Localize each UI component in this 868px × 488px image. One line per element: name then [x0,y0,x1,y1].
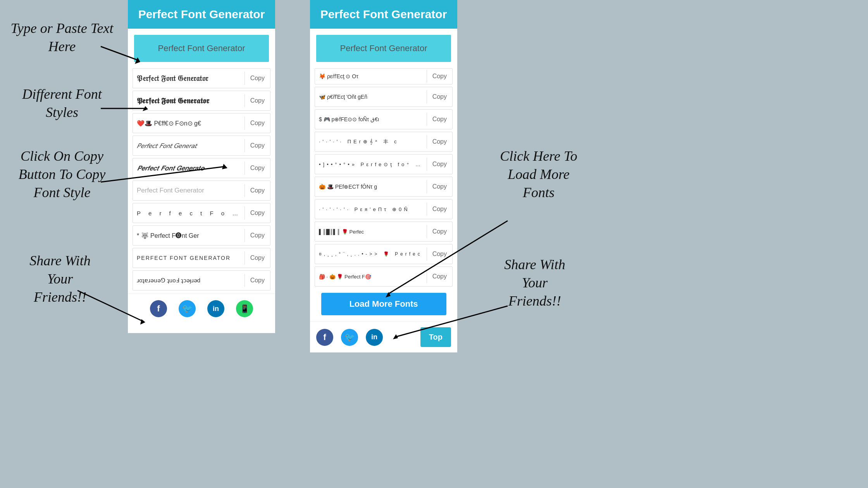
annotation-load-more: Click Here ToLoad MoreFonts [484,147,593,201]
copy-button[interactable]: Copy [245,206,270,220]
annotation-type-paste: Type or Paste TextHere [8,19,116,56]
annotation-share-left: Share WithYourFriends!! [8,252,112,306]
copy-button[interactable]: Copy [427,113,452,126]
top-button[interactable]: Top [420,327,451,347]
font-text: 𝕻𝖊𝖗𝖋𝖊𝖈𝖙 𝕱𝖔𝖓𝖙 𝕲𝖊𝖓𝖊𝖗𝖆𝖙𝖔𝖗 [133,93,245,108]
left-social-bar: f 🐦 in 📱 [128,294,275,323]
twitter-icon[interactable]: 🐦 [179,300,196,317]
copy-button[interactable]: Copy [427,90,452,103]
font-text: 🦋 ρ€řfΈcţ 'Oñt gEñ [315,91,427,103]
font-text: P e r f e c t F o n t [133,207,245,220]
font-row: ɹoʇɐɹǝuǝ⅁ ʇuoℲ ʇɔǝɟɹǝd Copy [133,270,270,290]
twitter-icon[interactable]: 🐦 [341,329,358,346]
whatsapp-icon[interactable]: 📱 [236,300,253,317]
font-row-partial: 🦊 ρεŕfΈcţ ⊙ Oτ Copy [315,68,453,84]
font-text: ɹoʇɐɹǝuǝ⅁ ʇuoℲ ʇɔǝɟɹǝd [133,274,245,287]
annotation-click-copy: Click On CopyButton To CopyFont Style [8,147,116,201]
font-text: 🦊 ρεŕfΈcţ ⊙ Oτ [315,70,427,82]
copy-button[interactable]: Copy [427,247,452,261]
copy-button[interactable]: Copy [245,162,270,175]
right-header-title: Perfect Font Generator [320,8,447,21]
copy-button[interactable]: Copy [245,72,270,85]
font-row: 🎃 🎩 ΡΕf⊕ΕCT fÔNτ g Copy [315,177,453,197]
font-text: 𝘗𝘦𝘳𝘧𝘦𝘤𝘵 𝘍𝘰𝘯𝘵 𝘎𝘦𝘯𝘦𝘳𝘢𝘵 [133,139,245,153]
font-text: ❤️🎩 P€ff€⊙ F⊙n⊙ g€ [133,117,245,130]
left-header: Perfect Font Generator [128,0,275,29]
annotation-share-right: Share WithYourFriends!! [484,256,585,310]
left-input-area[interactable]: Perfect Font Generator [134,35,269,62]
font-row: 🦋 ρ€řfΈcţ 'Oñt gEñ Copy [315,87,453,107]
copy-button[interactable]: Copy [427,135,452,148]
font-row: * 🐺 Perfect F🅞nt Ger Copy [133,225,270,246]
facebook-icon[interactable]: f [150,300,167,317]
copy-button[interactable]: Copy [245,229,270,242]
linkedin-icon[interactable]: in [366,329,383,346]
font-text: * 🐺 Perfect F🅞nt Ger [133,229,245,242]
font-row: PERFECT FONT GENERATOR Copy [133,248,270,268]
copy-button[interactable]: Copy [427,225,452,238]
font-text: ¤,¸¸,°¨,¸..•->> 🌹 Perfec [315,248,427,260]
left-panel: Perfect Font Generator Perfect Font Gene… [128,0,275,333]
left-input-text: Perfect Font Generator [158,43,245,53]
copy-button[interactable]: Copy [245,94,270,107]
font-row: ¤,¸¸,°¨,¸..•->> 🌹 Perfec Copy [315,244,453,264]
right-input-text: Perfect Font Generator [340,43,427,53]
right-input-area[interactable]: Perfect Font Generator [316,35,451,62]
copy-button[interactable]: Copy [245,184,270,197]
font-row: •]••°•°•» Pεrfe⊙ţ fo⁺ ge⊗ Copy [315,154,453,174]
font-row: 𝙋𝙚𝙧𝙛𝙚𝙘𝙩 𝙁𝙤𝙣𝙩 𝙂𝙚𝙣𝙚𝙧𝙖𝙩𝙤 Copy [133,158,270,178]
linkedin-icon[interactable]: in [207,300,224,317]
copy-button[interactable]: Copy [427,270,452,283]
left-header-title: Perfect Font Generator [138,8,265,21]
font-row: P e r f e c t F o n t Copy [133,203,270,223]
font-text: ▌║█║▌║ 🌹 Perfec [315,226,427,238]
font-text: 🎃 🎩 ΡΕf⊕ΕCT fÔNτ g [315,180,427,193]
load-more-button[interactable]: Load More Fonts [321,293,446,315]
right-panel: Perfect Font Generator Perfect Font Gene… [310,0,457,352]
font-row: 🎒 · 🎃 🌹 Perfect F🎯 Copy [315,266,453,287]
annotation-diff-fonts: Different FontStyles [8,85,116,122]
font-text: 𝙋𝙚𝙧𝙛𝙚𝙘𝙩 𝙁𝙤𝙣𝙩 𝙂𝙚𝙣𝙚𝙧𝙖𝙩𝙤 [133,161,245,175]
font-row: Perfect Font Generator Copy [133,180,270,201]
copy-button[interactable]: Copy [427,70,452,83]
copy-button[interactable]: Copy [245,117,270,130]
font-text: ·'·'·'·'· Pεя'eΠτ ⊕0Ñ [315,203,427,215]
font-text: $ 🎮 p⊕fFE⊙⊙ foÑτ ق€ι [315,113,427,125]
copy-button[interactable]: Copy [245,139,270,152]
font-row: 𝘗𝘦𝘳𝘧𝘦𝘤𝘵 𝘍𝘰𝘯𝘵 𝘎𝘦𝘯𝘦𝘳𝘢𝘵 Copy [133,136,270,156]
copy-button[interactable]: Copy [245,251,270,265]
font-text: PERFECT FONT GENERATOR [133,252,245,264]
font-row: ❤️🎩 P€ff€⊙ F⊙n⊙ g€ Copy [133,113,270,133]
font-row: ·'·'·'·'· Pεя'eΠτ ⊕0Ñ Copy [315,199,453,219]
copy-button[interactable]: Copy [427,158,452,171]
font-text: 🎒 · 🎃 🌹 Perfect F🎯 [315,271,427,283]
font-row: 𝕻𝖊𝖗𝖋𝖊𝖈𝖙 𝕱𝖔𝖓𝖙 𝕲𝖊𝖓𝖊𝖗𝖆𝖙𝖔𝖗 Copy [133,91,270,111]
copy-button[interactable]: Copy [245,274,270,287]
facebook-icon[interactable]: f [316,329,333,346]
right-header: Perfect Font Generator [310,0,457,29]
right-social-bar: f 🐦 in Top [310,321,457,352]
font-row: 𝔓𝔢𝔯𝔣𝔢𝔠𝔱 𝔉𝔬𝔫𝔱 𝔊𝔢𝔫𝔢𝔯𝔞𝔱𝔬𝔯 Copy [133,68,270,88]
font-row: ▌║█║▌║ 🌹 Perfec Copy [315,222,453,242]
font-text: ·'·'·'· ΠΕr⊕𝄞ᵃ 丰 c [315,135,427,148]
font-text: 𝔓𝔢𝔯𝔣𝔢𝔠𝔱 𝔉𝔬𝔫𝔱 𝔊𝔢𝔫𝔢𝔯𝔞𝔱𝔬𝔯 [133,71,245,86]
copy-button[interactable]: Copy [427,203,452,216]
font-text: Perfect Font Generator [133,184,245,198]
copy-button[interactable]: Copy [427,180,452,193]
font-row: ·'·'·'· ΠΕr⊕𝄞ᵃ 丰 c Copy [315,132,453,152]
font-row: $ 🎮 p⊕fFE⊙⊙ foÑτ ق€ι Copy [315,109,453,129]
font-text: •]••°•°•» Pεrfe⊙ţ fo⁺ ge⊗ [315,158,427,170]
